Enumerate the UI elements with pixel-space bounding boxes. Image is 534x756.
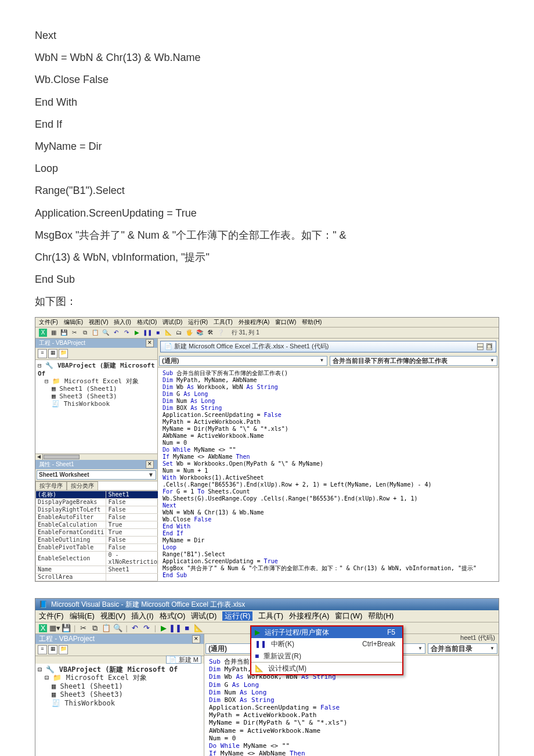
- toolbar: X ▦ 💾 ✂ ⧉ 📋 🔍 ↶ ↷ ▶ ❚❚ ■ 📐 🗂 🖐 📚 🛠 ❔ 行 3…: [35, 327, 499, 339]
- menu-item[interactable]: 外接程序(A): [239, 319, 269, 326]
- caption: 如下图：: [35, 291, 499, 311]
- menu-item[interactable]: 文件(F): [39, 611, 64, 621]
- code-editor[interactable]: Sub 合并当前目录下所有工作簿的全部工作表() Dim MyPath, MyN…: [158, 368, 499, 581]
- menu-item[interactable]: 格式(O): [160, 611, 186, 621]
- menu-item[interactable]: 工具(T): [258, 611, 283, 621]
- close-icon[interactable]: ✕: [146, 460, 154, 469]
- menu-item[interactable]: 编辑(E): [64, 319, 83, 326]
- cursor-position: 行 31, 列 1: [232, 329, 259, 336]
- design-icon: 📐: [255, 664, 264, 672]
- menu-item[interactable]: 格式(O): [137, 319, 157, 326]
- copy-icon[interactable]: ⧉: [91, 624, 99, 632]
- menu-item[interactable]: 窗口(W): [335, 611, 362, 621]
- properties-grid[interactable]: 按字母序 按分类序 (名称)Sheet1 DisplayPageBreaksFa…: [35, 481, 157, 581]
- design-icon[interactable]: 📐: [194, 624, 203, 632]
- vba-ide-screenshot-2: 📘 Microsoft Visual Basic - 新建 Microsoft …: [35, 598, 499, 756]
- insert-icon[interactable]: ▦▾: [50, 624, 59, 632]
- menu-item[interactable]: 编辑(E): [70, 611, 95, 621]
- menu-item[interactable]: 调试(D): [163, 319, 182, 326]
- save-icon[interactable]: 💾: [60, 329, 68, 337]
- object-browser-icon[interactable]: 📚: [196, 329, 204, 337]
- menu-item[interactable]: 文件(F): [39, 319, 58, 326]
- menu-item[interactable]: 帮助(H): [368, 611, 394, 621]
- view-code-icon[interactable]: ≡: [38, 349, 47, 358]
- project-tree[interactable]: ⊟ 🔧 VBAProject (新建 Microsoft Of ⊟ 📁 Micr…: [35, 664, 204, 756]
- code-line: End Sub: [35, 269, 499, 289]
- close-icon[interactable]: ✕: [146, 339, 154, 347]
- maximize-icon[interactable]: ❐: [486, 343, 492, 350]
- reset-icon[interactable]: ■: [154, 329, 162, 337]
- menu-item[interactable]: 外接程序(A): [289, 611, 329, 621]
- menu-item[interactable]: 运行(R): [222, 611, 252, 621]
- excel-icon[interactable]: X: [39, 329, 47, 337]
- paste-icon[interactable]: 📋: [91, 329, 99, 337]
- break-icon: ❚❚: [255, 640, 266, 648]
- toolbox-icon[interactable]: 🛠: [206, 329, 214, 337]
- menu-item[interactable]: 窗口(W): [275, 319, 296, 326]
- menu-item[interactable]: 调试(D): [191, 611, 217, 621]
- menubar: 文件(F) 编辑(E) 视图(V) 插入(I) 格式(O) 调试(D) 运行(R…: [35, 610, 499, 622]
- run-menu-item-reset[interactable]: ■ 重新设置(R): [251, 650, 402, 662]
- scrollbar[interactable]: ◀: [35, 453, 157, 460]
- procedure-dropdown[interactable]: 合并当前目录: [428, 643, 497, 654]
- cut-icon[interactable]: ✂: [70, 329, 78, 337]
- menu-item[interactable]: 插入(I): [114, 319, 131, 326]
- menu-item[interactable]: 视图(V): [89, 319, 108, 326]
- copy-icon[interactable]: ⧉: [81, 329, 89, 337]
- run-menu-item-design[interactable]: 📐 设计模式(M): [251, 662, 402, 674]
- code-line: Application.ScreenUpdating = True: [35, 203, 499, 223]
- help-icon[interactable]: ❔: [217, 329, 225, 337]
- undo-icon[interactable]: ↶: [112, 329, 120, 337]
- reset-icon[interactable]: ■: [183, 624, 191, 632]
- tab-alphabetic[interactable]: 按字母序: [35, 481, 67, 490]
- view-object-icon[interactable]: ▦: [48, 349, 57, 358]
- code-line: WbN = WbN & Chr(13) & Wb.Name: [35, 48, 499, 67]
- project-toolbar: ≡ ▦ 📁: [35, 644, 204, 656]
- break-icon[interactable]: ❚❚: [143, 329, 151, 337]
- insert-icon[interactable]: ▦: [49, 329, 57, 337]
- menu-item[interactable]: 运行(R): [188, 319, 208, 326]
- save-icon[interactable]: 💾: [62, 624, 70, 632]
- run-icon[interactable]: ▶: [133, 329, 141, 337]
- project-panel-title: 工程 - VBAProject ✕: [35, 634, 204, 643]
- view-code-icon[interactable]: ≡: [38, 645, 47, 654]
- find-icon[interactable]: 🔍: [114, 624, 122, 632]
- menu-item[interactable]: 插入(I): [131, 611, 153, 621]
- toggle-folders-icon[interactable]: 📁: [59, 349, 68, 358]
- toggle-folders-icon[interactable]: 📁: [59, 645, 68, 654]
- run-menu-item-break[interactable]: ❚❚ 中断(K) Ctrl+Break: [251, 638, 402, 650]
- redo-icon[interactable]: ↷: [143, 624, 151, 632]
- find-icon[interactable]: 🔍: [102, 329, 110, 337]
- procedure-dropdown[interactable]: 合并当前目录下所有工作簿的全部工作表: [330, 356, 498, 366]
- code-window-tab-hint: 📄 新建 M: [35, 656, 204, 664]
- object-dropdown[interactable]: (通用): [159, 356, 327, 366]
- document-code-block: Next WbN = WbN & Chr(13) & Wb.Name Wb.Cl…: [35, 26, 499, 311]
- tab-categorized[interactable]: 按分类序: [67, 481, 98, 490]
- redo-icon[interactable]: ↷: [122, 329, 131, 337]
- run-menu-dropdown: ▶ 运行子过程/用户窗体 F5 ❚❚ 中断(K) Ctrl+Break ■ 重新…: [250, 625, 403, 676]
- code-line: MyName = Dir: [35, 136, 499, 156]
- view-object-icon[interactable]: ▦: [48, 645, 57, 654]
- run-menu-item-run[interactable]: ▶ 运行子过程/用户窗体 F5: [251, 627, 402, 638]
- project-explorer-icon[interactable]: 🗂: [175, 329, 183, 337]
- project-tree[interactable]: ⊟ 🔧 VBAProject (新建 Microsoft Of ⊟ 📁 Micr…: [35, 360, 157, 453]
- code-line: Next: [35, 26, 499, 45]
- code-line: End If: [35, 114, 499, 134]
- minimize-icon[interactable]: —: [477, 343, 484, 350]
- break-icon[interactable]: ❚❚: [171, 624, 179, 632]
- menu-item[interactable]: 工具(T): [214, 319, 233, 326]
- cut-icon[interactable]: ✂: [79, 624, 87, 632]
- paste-icon[interactable]: 📋: [102, 624, 110, 632]
- close-icon[interactable]: ✕: [192, 635, 200, 643]
- undo-icon[interactable]: ↶: [131, 624, 139, 632]
- properties-icon[interactable]: 🖐: [185, 329, 193, 337]
- design-icon[interactable]: 📐: [164, 329, 172, 337]
- run-icon: ▶: [255, 628, 260, 636]
- excel-icon[interactable]: X: [39, 624, 47, 632]
- run-icon[interactable]: ▶: [160, 624, 168, 632]
- menu-item[interactable]: 帮助(H): [302, 319, 322, 326]
- menu-item[interactable]: 视图(V): [100, 611, 125, 621]
- code-line: Chr(13) & WbN, vbInformation, "提示": [35, 247, 499, 267]
- properties-object-dropdown[interactable]: Sheet1 Worksheet▼: [37, 470, 156, 480]
- project-panel-title: 工程 - VBAProject ✕: [35, 339, 157, 348]
